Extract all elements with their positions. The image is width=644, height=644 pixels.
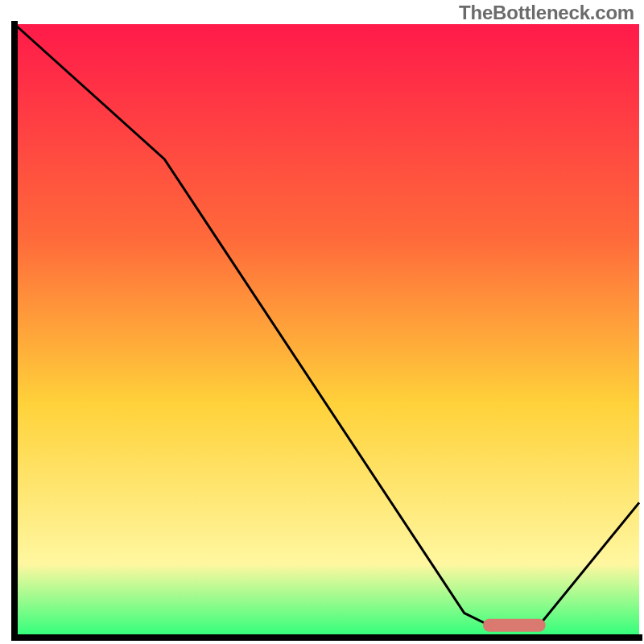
optimal-marker xyxy=(483,619,546,632)
bottleneck-chart xyxy=(0,0,644,644)
plot-background xyxy=(14,24,639,638)
chart-container: TheBottleneck.com xyxy=(0,0,644,644)
